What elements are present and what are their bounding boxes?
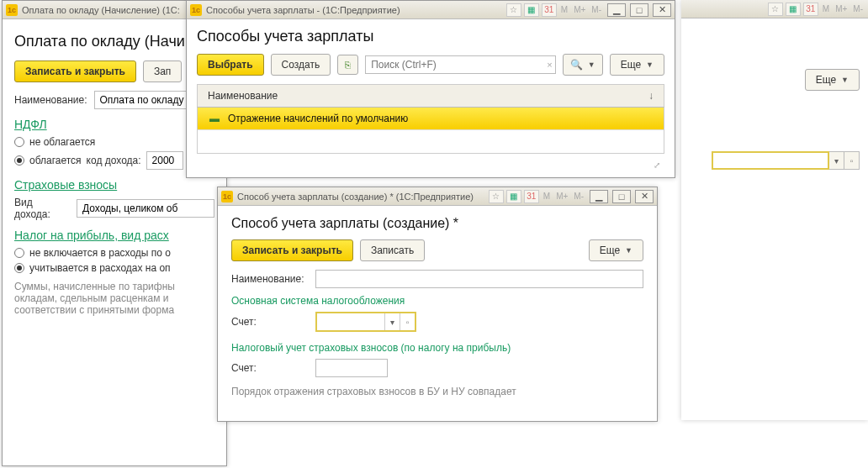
star-icon[interactable]: ☆ <box>506 3 521 17</box>
win1-radio-not-included[interactable]: не включается в расходы по о <box>14 247 214 259</box>
win1-footnote: Суммы, начисленные по тарифны окладам, с… <box>14 281 214 316</box>
mminus-button[interactable]: M- <box>590 3 603 17</box>
win1-section-insurance[interactable]: Страховые взносы <box>14 178 214 192</box>
app-icon: 1c <box>190 4 202 16</box>
calc-icon[interactable]: ▦ <box>524 3 539 17</box>
win3-save-button[interactable]: Записать <box>360 239 425 261</box>
win1-section-ndfl[interactable]: НДФЛ <box>14 118 214 131</box>
win2-more-button[interactable]: Еще▼ <box>610 54 664 76</box>
radio-icon <box>14 137 24 147</box>
window-salary-method-create: 1c Способ учета зарплаты (создание) * (1… <box>217 187 658 422</box>
win3-title: Способ учета зарплаты (создание) * (1С:П… <box>237 192 474 202</box>
bg-select-box[interactable] <box>712 151 829 170</box>
bg-titlebar: ☆ ▦ 31 M M+ M- <box>681 0 868 18</box>
win3-account2-input[interactable] <box>315 359 388 377</box>
app-icon: 1c <box>6 4 18 16</box>
open-dialog-icon[interactable]: ▫ <box>400 313 415 330</box>
caret-down-icon: ▼ <box>841 76 849 84</box>
win2-list-header[interactable]: Наименование ↓ <box>197 84 664 108</box>
win2-search-input[interactable] <box>365 55 556 74</box>
win3-save-close-button[interactable]: Записать и закрыть <box>231 239 353 261</box>
win2-row1-text: Отражение начислений по умолчанию <box>228 113 408 124</box>
win1-section-profit[interactable]: Налог на прибыль, вид расх <box>14 229 214 242</box>
mplus-button[interactable]: M+ <box>834 3 849 16</box>
bg-open-button[interactable]: ▫ <box>844 151 860 170</box>
mminus-button[interactable]: M- <box>572 190 585 203</box>
win3-section-tax: Налоговый учет страховых взносов (по нал… <box>231 342 643 354</box>
clear-search-icon[interactable]: × <box>547 60 552 70</box>
mplus-button[interactable]: M+ <box>572 3 587 17</box>
m-button[interactable]: M <box>821 3 831 16</box>
m-button[interactable]: M <box>542 190 552 203</box>
win3-more-button[interactable]: Еще▼ <box>589 239 643 261</box>
win3-name-label: Наименование: <box>231 273 309 285</box>
bg-window: ☆ ▦ 31 M M+ M- Еще ▼ ▾ ▫ <box>681 0 868 420</box>
calendar-icon[interactable]: 31 <box>803 3 818 16</box>
win3-account2-label: Счет: <box>231 362 309 374</box>
calendar-icon[interactable]: 31 <box>524 190 539 203</box>
win1-page-title: Оплата по окладу (Начи <box>14 33 214 50</box>
search-icon: 🔍 <box>570 59 583 71</box>
window-salary-methods: 1c Способы учета зарплаты - (1С:Предприя… <box>186 0 675 178</box>
win2-select-button[interactable]: Выбрать <box>197 54 264 76</box>
star-icon[interactable]: ☆ <box>768 3 783 16</box>
win3-titlebar[interactable]: 1c Способ учета зарплаты (создание) * (1… <box>218 187 657 206</box>
win2-create-button[interactable]: Создать <box>271 54 331 76</box>
win1-save-close-button[interactable]: Записать и закрыть <box>14 60 136 82</box>
bg-more-button[interactable]: Еще ▼ <box>805 69 860 91</box>
win3-note: Порядок отражения страховых взносов в БУ… <box>231 386 643 397</box>
close-button[interactable]: ✕ <box>635 190 654 203</box>
win1-income-type-input[interactable] <box>77 199 214 218</box>
calendar-icon[interactable]: 31 <box>542 3 557 17</box>
win2-title: Способы учета зарплаты - (1С:Предприятие… <box>206 5 400 15</box>
star-icon[interactable]: ☆ <box>489 190 504 203</box>
win1-income-type-label: Вид дохода: <box>14 197 70 220</box>
win2-col-name: Наименование <box>208 90 278 102</box>
win1-radio-included[interactable]: учитывается в расходах на оп <box>14 262 214 274</box>
win2-list-row[interactable]: ▬ Отражение начислений по умолчанию <box>198 108 664 129</box>
win1-title: Оплата по окладу (Начисление) (1С: <box>22 5 180 15</box>
win1-name-label: Наименование: <box>14 94 87 106</box>
m-button[interactable]: M <box>559 3 569 17</box>
win1-save-button[interactable]: Зап <box>143 60 182 82</box>
copy-icon: ⎘ <box>345 60 351 70</box>
caret-down-icon: ▼ <box>588 60 595 69</box>
radio-checked-icon <box>14 263 24 273</box>
radio-checked-icon <box>14 155 24 166</box>
maximize-button[interactable]: □ <box>630 3 648 17</box>
maximize-button[interactable]: □ <box>612 190 631 203</box>
win1-radio-taxed[interactable]: облагается код дохода: <box>14 151 214 170</box>
win3-name-input[interactable] <box>315 270 643 288</box>
bg-caret-button[interactable]: ▾ <box>829 151 844 170</box>
dropdown-icon[interactable]: ▾ <box>384 313 400 330</box>
win2-list: ▬ Отражение начислений по умолчанию <box>197 108 664 154</box>
win1-code-input[interactable] <box>146 151 183 170</box>
win3-page-title: Способ учета зарплаты (создание) * <box>231 216 643 231</box>
minimize-button[interactable]: ▁ <box>590 190 608 203</box>
win2-page-title: Способы учета зарплаты <box>197 28 664 45</box>
bg-more-label: Еще <box>816 74 836 86</box>
mplus-button[interactable]: M+ <box>554 190 569 203</box>
win2-list-empty <box>198 129 664 153</box>
caret-down-icon: ▼ <box>625 246 632 255</box>
resize-handle-icon[interactable]: ⤢ <box>649 155 664 174</box>
mminus-button[interactable]: M- <box>851 3 865 16</box>
win2-titlebar[interactable]: 1c Способы учета зарплаты - (1С:Предприя… <box>187 1 675 19</box>
minimize-button[interactable]: ▁ <box>607 3 626 17</box>
radio-icon <box>14 248 24 258</box>
win2-search-button[interactable]: 🔍▼ <box>563 54 603 76</box>
win3-account-label: Счет: <box>231 316 309 328</box>
close-button[interactable]: ✕ <box>653 3 671 17</box>
calc-icon[interactable]: ▦ <box>506 190 521 203</box>
win3-section-main: Основная система налогообложения <box>231 295 643 307</box>
app-icon: 1c <box>221 191 233 202</box>
win2-copy-button[interactable]: ⎘ <box>337 55 358 75</box>
row-marker-icon: ▬ <box>209 113 220 124</box>
win3-account-input[interactable]: ▾ ▫ <box>315 312 416 332</box>
sort-desc-icon[interactable]: ↓ <box>648 90 654 102</box>
calc-icon[interactable]: ▦ <box>786 3 801 16</box>
win1-radio-not-taxed[interactable]: не облагается <box>14 136 214 148</box>
caret-down-icon: ▼ <box>646 60 654 69</box>
